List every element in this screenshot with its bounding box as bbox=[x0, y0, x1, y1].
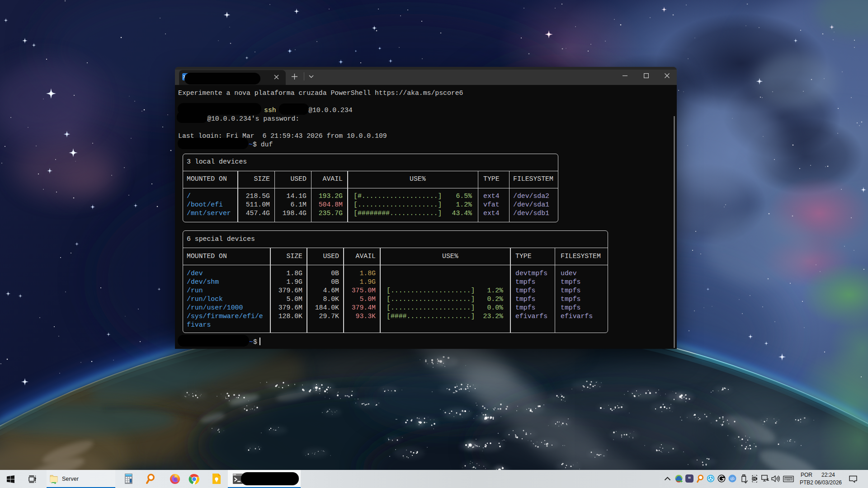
svg-text:qb: qb bbox=[730, 476, 735, 481]
